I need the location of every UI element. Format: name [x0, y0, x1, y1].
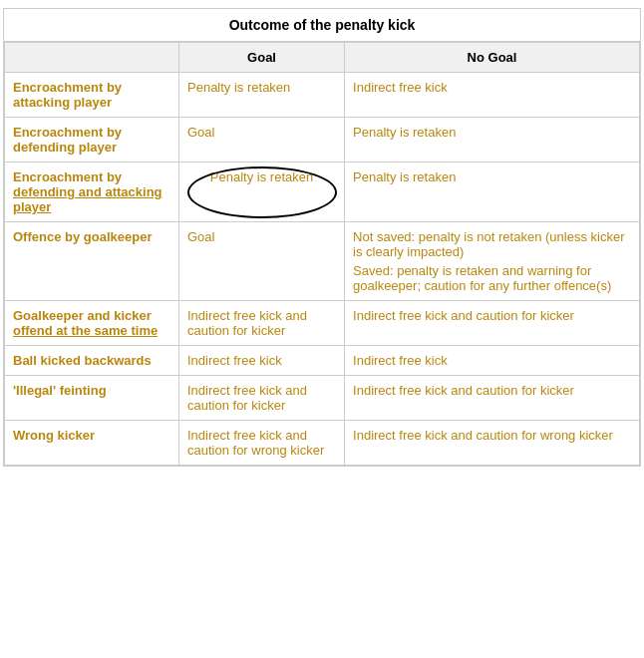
- goal-cell: Indirect free kick and caution for kicke…: [179, 301, 345, 346]
- situation-cell: Encroachment by attacking player: [5, 73, 179, 118]
- situation-cell: Goalkeeper and kicker offend at the same…: [5, 301, 179, 346]
- no-goal-cell: Penalty is retaken: [345, 118, 640, 163]
- goal-text: Penalty is retaken: [210, 169, 313, 184]
- header-row: Goal No Goal: [5, 43, 640, 73]
- situation-cell: Ball kicked backwards: [5, 346, 179, 376]
- table-row: Ball kicked backwardsIndirect free kickI…: [5, 346, 640, 376]
- table-row: Offence by goalkeeperGoalNot saved: pena…: [5, 222, 640, 301]
- main-table-container: Outcome of the penalty kick Goal No Goal…: [3, 8, 641, 467]
- goal-cell: Penalty is retaken: [179, 73, 345, 118]
- col-goal-header: Goal: [179, 43, 345, 73]
- no-goal-cell: Indirect free kick and caution for kicke…: [345, 376, 640, 421]
- no-goal-cell: Indirect free kick: [345, 346, 640, 376]
- goal-cell: Goal: [179, 222, 345, 301]
- no-goal-cell: Indirect free kick: [345, 73, 640, 118]
- table-title: Outcome of the penalty kick: [4, 9, 640, 42]
- col-situation-header: [5, 43, 179, 73]
- no-goal-cell: Penalty is retaken: [345, 163, 640, 222]
- goal-cell: Indirect free kick and caution for wrong…: [179, 421, 345, 466]
- situation-cell: 'Illegal' feinting: [5, 376, 179, 421]
- table-row: Goalkeeper and kicker offend at the same…: [5, 301, 640, 346]
- situation-cell: Encroachment by defending player: [5, 118, 179, 163]
- goal-cell: Penalty is retaken: [179, 163, 345, 222]
- table-row: Wrong kickerIndirect free kick and cauti…: [5, 421, 640, 466]
- goal-cell: Indirect free kick: [179, 346, 345, 376]
- no-goal-text1: Not saved: penalty is not retaken (unles…: [353, 229, 631, 259]
- situation-cell: Offence by goalkeeper: [5, 222, 179, 301]
- goal-cell: Indirect free kick and caution for kicke…: [179, 376, 345, 421]
- table-row: Encroachment by attacking playerPenalty …: [5, 73, 640, 118]
- goal-cell: Goal: [179, 118, 345, 163]
- no-goal-cell: Indirect free kick and caution for wrong…: [345, 421, 640, 466]
- table-row: Encroachment by defending and attacking …: [5, 163, 640, 222]
- no-goal-text2: Saved: penalty is retaken and warning fo…: [353, 263, 631, 293]
- situation-cell: Wrong kicker: [5, 421, 179, 466]
- no-goal-cell: Indirect free kick and caution for kicke…: [345, 301, 640, 346]
- table-row: Encroachment by defending playerGoalPena…: [5, 118, 640, 163]
- situation-cell: Encroachment by defending and attacking …: [5, 163, 179, 222]
- penalty-table: Goal No Goal Encroachment by attacking p…: [4, 42, 640, 466]
- no-goal-cell: Not saved: penalty is not retaken (unles…: [345, 222, 640, 301]
- table-row: 'Illegal' feintingIndirect free kick and…: [5, 376, 640, 421]
- no-goal-block: Not saved: penalty is not retaken (unles…: [353, 229, 631, 293]
- col-nogoal-header: No Goal: [345, 43, 640, 73]
